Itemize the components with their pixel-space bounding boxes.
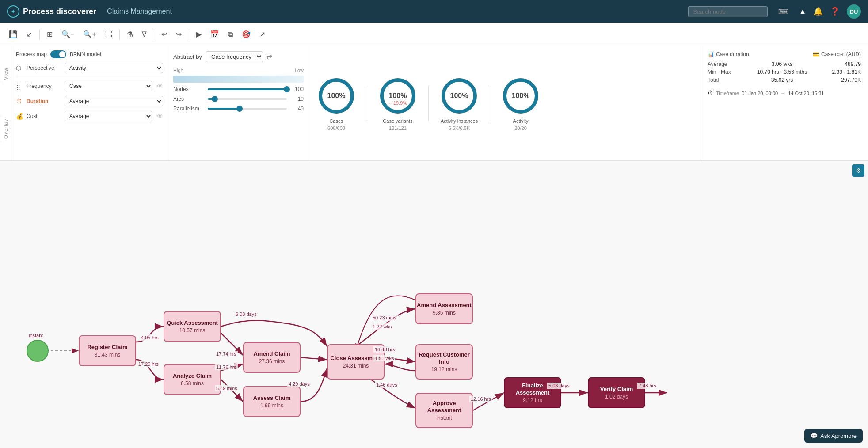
zoom-in-button[interactable]: 🔍+ [80,27,99,41]
duration-select[interactable]: Average [65,96,163,106]
redo-button[interactable]: ↪ [172,27,185,41]
abstract-by-row: Abstract by Case frequency ⇄ [173,51,304,62]
filter-icon[interactable]: ⚙ [852,164,864,177]
minmax-label: Min - Max [708,69,739,75]
abstract-options-icon[interactable]: ⇄ [266,53,272,61]
activity-value: 20/20 [514,125,527,131]
help-icon[interactable]: ❓ [830,7,840,16]
play-button[interactable]: ▶ [193,27,205,41]
total-row: Total 35.62 yrs 297.79K [708,77,861,83]
target-button[interactable]: 🎯 [238,27,254,41]
range-labels: High Low [173,68,304,73]
quick-assessment-node[interactable]: Quick Assessment 10.57 mins [164,311,221,342]
range-high-label: High [173,68,183,73]
arcs-value: 10 [290,96,304,102]
average-duration: 3.06 wks [772,61,792,67]
case-variants-pct: 100% [389,92,407,100]
edge-label-17-74: 17.74 hrs [215,351,238,357]
total-duration: 35.62 yrs [771,77,793,83]
parallelism-slider[interactable] [208,108,287,110]
minmax-row: Min - Max 10.70 hrs - 3.56 mths 2.33 - 1… [708,69,861,75]
register-claim-node[interactable]: Register Claim 31.43 mins [79,335,136,366]
search-node-input[interactable] [688,6,768,17]
frequency-select[interactable]: Case [65,81,152,91]
finalize-assessment-node[interactable]: Finalize Assessment 9.12 hrs [504,377,561,408]
select-button[interactable]: ⊞ [43,27,56,41]
app-subtitle: Claims Management [107,8,172,15]
export-button[interactable]: ↙ [23,27,36,41]
save-button[interactable]: 💾 [5,27,21,41]
start-node [27,340,49,362]
user-avatar[interactable]: DU [847,4,861,19]
parallelism-fill [208,108,240,110]
map-bpmn-toggle[interactable] [50,50,66,58]
timeframe-clock-icon: ⏱ [708,90,713,96]
overlay-label: Overlay [1,115,10,142]
nodes-slider-row: Nodes 100 [173,86,304,92]
finalize-assessment-duration: 9.12 hrs [523,397,542,403]
cost-select[interactable]: Average [65,111,152,121]
verify-claim-node[interactable]: Verify Claim 1.02 days [588,377,645,408]
toolbar-sep-3 [154,29,154,40]
abstract-by-select[interactable]: Case frequency [206,51,263,62]
amend-claim-node[interactable]: Amend Claim 27.36 mins [243,342,301,373]
top-navigation: ✦ Process discoverer Claims Management ⌨… [0,0,868,23]
approve-assessment-node[interactable]: Approve Assessment instant [415,393,473,428]
nodes-slider[interactable] [208,88,287,90]
chevron-up-icon[interactable]: ▲ [799,8,806,15]
notification-icon[interactable]: 🔔 [813,7,823,16]
share-button[interactable]: ↗ [256,27,269,41]
undo-button[interactable]: ↩ [158,27,171,41]
view-label: View [1,64,10,84]
parallelism-thumb[interactable] [236,106,243,112]
edge-label-4-29: 4.29 days [287,381,311,387]
arcs-thumb[interactable] [212,96,218,102]
edge-label-16-48: 16.48 hrs [373,346,396,353]
case-cost-icon: 💳 [813,51,819,57]
main-area: View Overlay Process map BPMN model ⬡ Pe… [0,46,868,448]
assess-claim-duration: 1.99 mins [260,402,283,409]
average-cost: 489.79 [826,61,861,67]
request-customer-node[interactable]: Request Customer Info 19.12 mins [415,344,473,380]
main-toolbar: 💾 ↙ ⊞ 🔍− 🔍+ ⛶ ⚗ ∇ ↩ ↪ ▶ 📅 ⧉ 🎯 ↗ [0,23,868,46]
zoom-out-button[interactable]: 🔍− [58,27,78,41]
copy-button[interactable]: ⧉ [225,28,236,41]
case-variants-circle: 100% ↔19.9% [378,76,418,116]
amend-claim-duration: 27.36 mins [259,358,285,364]
parallelism-label: Parallelism [173,106,204,112]
amend-assessment-node[interactable]: Amend Assessment 9.85 mins [415,293,473,324]
sidebar-content: Process map BPMN model ⬡ Perspective Act… [11,46,168,160]
edge-label-instant-start: instant [27,332,44,338]
arcs-slider[interactable] [208,98,287,100]
duration-label: Duration [27,98,62,104]
cost-icon: 💰 [16,113,24,120]
edge-label-6-08: 6.08 days [234,311,258,317]
cost-visibility-icon[interactable]: 👁 [157,113,163,120]
case-duration-header: 📊 Case duration [708,51,749,57]
frequency-visibility-icon[interactable]: 👁 [157,83,163,90]
filter-button[interactable]: ⚗ [123,27,137,41]
activity-instances-circle: 100% [439,76,479,116]
filter-active-button[interactable]: ∇ [138,27,150,41]
analyze-claim-node[interactable]: Analyze Claim 6.58 mins [164,364,221,395]
abstract-by-label: Abstract by [173,53,202,60]
arcs-slider-row: Arcs 10 [173,96,304,102]
case-cost-header: 💳 Case cost (AUD) [813,51,861,57]
perspective-label: Perspective [27,65,62,71]
edge-label-12-16: 12.16 hrs [469,396,492,402]
toolbar-sep-1 [39,29,40,40]
abstract-section: Abstract by Case frequency ⇄ High Low No… [168,46,309,160]
ask-apromore-button[interactable]: 💬 Ask Apromore [804,429,863,443]
range-bar [173,76,304,83]
calendar-button[interactable]: 📅 [207,27,223,41]
cost-row: 💰 Cost Average 👁 [16,110,163,122]
fit-button[interactable]: ⛶ [102,28,116,41]
edge-label-50-23: 50.23 mins [371,315,398,321]
perspective-select[interactable]: Activity [65,63,163,73]
case-variants-change: ↔19.9% [388,100,407,106]
nodes-thumb[interactable] [284,86,290,92]
register-claim-duration: 31.43 mins [95,352,121,358]
assess-claim-node[interactable]: Assess Claim 1.99 mins [243,386,301,417]
topnav-icons: 🔔 ❓ DU [813,4,861,19]
diagram-area: ⚙ [0,161,868,448]
